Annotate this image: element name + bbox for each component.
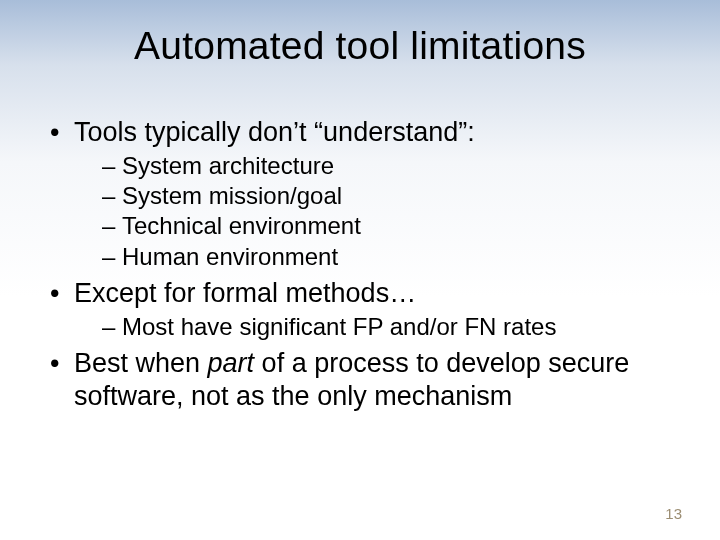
bullet-2-text: Except for formal methods… [74,278,416,308]
bullet-1: Tools typically don’t “understand”: Syst… [50,116,680,271]
page-number: 13 [665,505,682,522]
bullet-1-sub-1: System architecture [102,151,680,180]
bullet-1-text: Tools typically don’t “understand”: [74,117,475,147]
bullet-list: Tools typically don’t “understand”: Syst… [40,116,680,413]
bullet-2: Except for formal methods… Most have sig… [50,277,680,341]
bullet-1-sub-3: Technical environment [102,211,680,240]
bullet-3: Best when part of a process to develop s… [50,347,680,413]
bullet-3-italic: part [208,348,255,378]
bullet-1-sublist: System architecture System mission/goal … [74,151,680,271]
bullet-2-sub-1: Most have significant FP and/or FN rates [102,312,680,341]
slide-title: Automated tool limitations [40,24,680,68]
bullet-1-sub-2: System mission/goal [102,181,680,210]
bullet-1-sub-4: Human environment [102,242,680,271]
bullet-2-sublist: Most have significant FP and/or FN rates [74,312,680,341]
bullet-3-pre: Best when [74,348,208,378]
slide: Automated tool limitations Tools typical… [0,0,720,540]
